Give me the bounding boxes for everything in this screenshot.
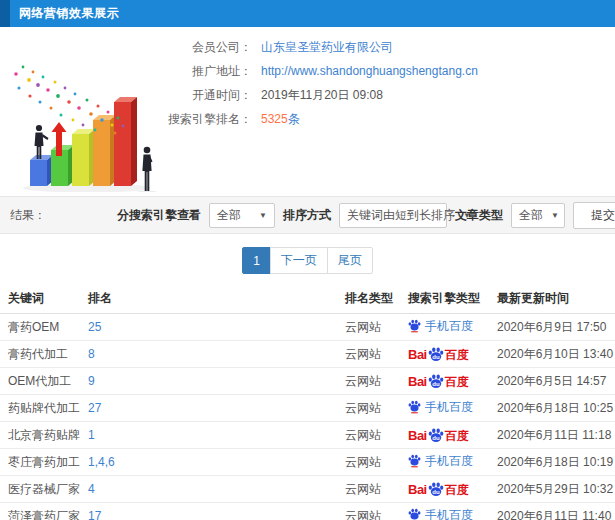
- keyword-cell: 枣庄膏药加工: [0, 449, 80, 476]
- engine-type-cell: 手机百度 Bai du 百度: [400, 314, 489, 341]
- table-header-row: 关键词 排名 排名类型 搜索引擎类型 最新更新时间: [0, 284, 615, 314]
- result-label: 结果：: [10, 207, 46, 224]
- mobile-baidu-label: 手机百度: [425, 507, 473, 520]
- baidu-paw-icon: du: [428, 428, 444, 443]
- engine-filter-label: 分搜索引擎查看: [117, 207, 201, 224]
- baidu-logo: Bai du 百度: [408, 428, 469, 442]
- svg-text:du: du: [432, 434, 440, 440]
- updated-cell: 2020年6月5日 14:57: [489, 368, 615, 395]
- engine-type-cell: 手机百度 Bai du 百度: [400, 449, 489, 476]
- baidu-logo: Bai du 百度: [408, 482, 469, 496]
- baidu-logo-bai: Bai: [408, 375, 427, 388]
- updated-cell: 2020年6月18日 10:25: [489, 395, 615, 422]
- corner-accent: [0, 0, 10, 27]
- company-link[interactable]: 山东皇圣堂药业有限公司: [261, 35, 393, 59]
- keyword-cell: 膏药代加工: [0, 341, 80, 368]
- baidu-paw-icon: [408, 400, 421, 414]
- mobile-baidu-badge: 手机百度: [408, 453, 473, 470]
- table-row: OEM代加工 9 云网站 手机百度: [0, 368, 615, 395]
- baidu-logo-cn: 百度: [445, 430, 469, 442]
- engine-type-cell: 手机百度 Bai du 百度: [400, 503, 489, 520]
- svg-text:du: du: [432, 488, 440, 494]
- member-info: 会员公司： 山东皇圣堂药业有限公司 推广地址： http://www.shand…: [0, 35, 615, 131]
- baidu-logo-cn: 百度: [445, 376, 469, 388]
- article-type-value: 全部: [519, 207, 543, 224]
- baidu-paw-icon: [408, 454, 421, 468]
- rank-type-cell: 云网站: [337, 476, 400, 503]
- baidu-paw-icon: [408, 319, 421, 333]
- article-type-select[interactable]: 全部 ▼: [511, 203, 565, 228]
- rank-link[interactable]: 25: [88, 320, 101, 334]
- rank-type-cell: 云网站: [337, 422, 400, 449]
- engine-filter-value: 全部: [217, 207, 241, 224]
- sort-select[interactable]: 关键词由短到长排序 ▼: [339, 203, 447, 228]
- mobile-baidu-label: 手机百度: [425, 318, 473, 335]
- page-number-current[interactable]: 1: [242, 247, 271, 274]
- rank-link[interactable]: 4: [88, 482, 95, 496]
- engine-filter-select[interactable]: 全部 ▼: [209, 203, 275, 228]
- top-section: 会员公司： 山东皇圣堂药业有限公司 推广地址： http://www.shand…: [0, 27, 615, 196]
- updated-cell: 2020年6月18日 10:19: [489, 449, 615, 476]
- keyword-cell: OEM代加工: [0, 368, 80, 395]
- mobile-baidu-label: 手机百度: [425, 399, 473, 416]
- keyword-cell: 北京膏药贴牌: [0, 422, 80, 449]
- table-row: 北京膏药贴牌 1 云网站 手机百度: [0, 422, 615, 449]
- baidu-logo-bai: Bai: [408, 348, 427, 361]
- engine-type-cell: 手机百度 Bai du 百度: [400, 422, 489, 449]
- table-row: 膏药OEM 25 云网站 手机百度: [0, 314, 615, 341]
- rank-unit: 条: [288, 112, 300, 126]
- rank-total-value[interactable]: 5325条: [261, 107, 300, 131]
- info-row-url: 推广地址： http://www.shandonghuangshengtang.…: [0, 59, 615, 83]
- rank-type-cell: 云网站: [337, 314, 400, 341]
- table-row: 菏泽膏药厂家 17 云网站 手机百度: [0, 503, 615, 520]
- bar-yellow: [72, 129, 95, 186]
- svg-text:du: du: [432, 353, 440, 359]
- updated-cell: 2020年6月9日 17:50: [489, 314, 615, 341]
- rank-count: 5325: [261, 112, 288, 126]
- promo-url-label: 推广地址：: [0, 59, 252, 83]
- businessman-right-icon: [142, 147, 152, 191]
- submit-button[interactable]: 提交: [573, 202, 615, 229]
- updated-cell: 2020年5月29日 10:32: [489, 476, 615, 503]
- keyword-cell: 药贴牌代加工: [0, 395, 80, 422]
- page-title: 网络营销效果展示: [0, 5, 119, 22]
- engine-type-cell: 手机百度 Bai du 百度: [400, 476, 489, 503]
- info-row-rank-total: 搜索引擎排名： 5325条: [0, 107, 615, 131]
- svg-text:du: du: [432, 380, 440, 386]
- filter-controls: 分搜索引擎查看 全部 ▼ 排序方式 关键词由短到长排序 ▼ 文章类型 全部 ▼ …: [117, 202, 615, 229]
- page-last-button[interactable]: 尾页: [327, 247, 373, 274]
- rank-link[interactable]: 27: [88, 401, 101, 415]
- bar-blue: [30, 155, 53, 186]
- bar-green: [51, 145, 74, 186]
- rank-link[interactable]: 17: [88, 509, 101, 520]
- table-row: 医疗器械厂家 4 云网站 手机百度: [0, 476, 615, 503]
- column-header-rank-type: 排名类型: [337, 284, 400, 314]
- page-next-button[interactable]: 下一页: [270, 247, 328, 274]
- promo-url-link[interactable]: http://www.shandonghuangshengtang.cn: [261, 59, 478, 83]
- updated-cell: 2020年6月10日 13:40: [489, 341, 615, 368]
- results-table: 关键词 排名 排名类型 搜索引擎类型 最新更新时间 膏药OEM 25 云网站: [0, 284, 615, 520]
- chevron-down-icon: ▼: [551, 211, 559, 220]
- rank-type-cell: 云网站: [337, 449, 400, 476]
- baidu-logo: Bai du 百度: [408, 347, 469, 361]
- table-row: 药贴牌代加工 27 云网站 手机百度: [0, 395, 615, 422]
- rank-link[interactable]: 1,4,6: [88, 455, 115, 469]
- column-header-updated: 最新更新时间: [489, 284, 615, 314]
- baidu-logo-bai: Bai: [408, 429, 427, 442]
- rank-total-label: 搜索引擎排名：: [0, 107, 252, 131]
- rank-link[interactable]: 1: [88, 428, 95, 442]
- title-bar: 网络营销效果展示: [0, 0, 615, 27]
- column-header-engine-type: 搜索引擎类型: [400, 284, 489, 314]
- rank-type-cell: 云网站: [337, 341, 400, 368]
- rank-type-cell: 云网站: [337, 395, 400, 422]
- chevron-down-icon: ▼: [259, 211, 267, 220]
- updated-cell: 2020年6月11日 11:18: [489, 422, 615, 449]
- baidu-paw-icon: du: [428, 482, 444, 497]
- mobile-baidu-label: 手机百度: [425, 453, 473, 470]
- baidu-paw-icon: [408, 508, 421, 520]
- mobile-baidu-badge: 手机百度: [408, 318, 473, 335]
- rank-link[interactable]: 9: [88, 374, 95, 388]
- rank-link[interactable]: 8: [88, 347, 95, 361]
- keyword-cell: 菏泽膏药厂家: [0, 503, 80, 520]
- baidu-paw-icon: du: [428, 347, 444, 362]
